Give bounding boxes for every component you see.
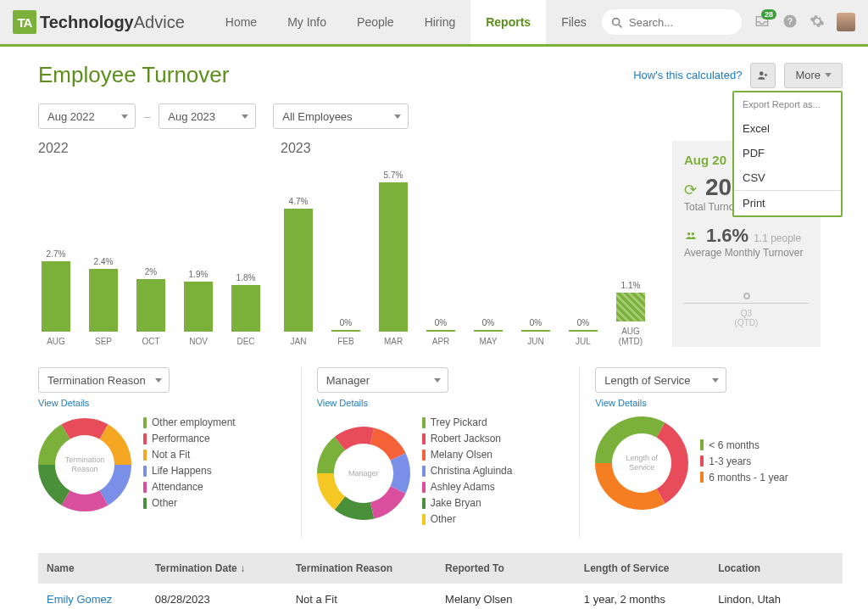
view-details-link[interactable]: View Details: [38, 398, 286, 408]
legend-item: Life Happens: [143, 465, 236, 477]
chevron-down-icon: [121, 115, 128, 119]
bar-value: 1.9%: [189, 270, 209, 279]
table-header[interactable]: Length of Service: [576, 553, 709, 584]
legend-swatch: [143, 482, 147, 493]
more-button[interactable]: More Export Report as... Excel PDF CSV P…: [784, 63, 843, 88]
help-icon[interactable]: ?: [782, 14, 798, 31]
export-excel[interactable]: Excel: [734, 116, 841, 141]
view-details-link[interactable]: View Details: [595, 398, 843, 408]
legend-label: Christina Agluinda: [431, 465, 513, 477]
bar-rect: [616, 293, 645, 321]
nav-reports[interactable]: Reports: [470, 0, 546, 44]
filter-row: Aug 2022 – Aug 2023 All Employees: [38, 103, 843, 129]
legend-swatch: [143, 433, 147, 444]
bar-rect: [426, 330, 455, 332]
nav-hiring[interactable]: Hiring: [409, 0, 471, 44]
bar-label: JAN: [291, 337, 307, 347]
bar[interactable]: 1.8%DEC: [228, 273, 264, 348]
view-details-link[interactable]: View Details: [317, 398, 565, 408]
bar[interactable]: 0%FEB: [328, 318, 364, 347]
bar[interactable]: 2.7%AUG: [38, 249, 74, 347]
legend-item: Robert Jackson: [422, 433, 513, 444]
legend-item: < 6 months: [700, 439, 787, 451]
bar-label: JUN: [527, 337, 543, 347]
nav-home[interactable]: Home: [210, 0, 272, 44]
breakdown-select[interactable]: Termination Reason: [38, 367, 170, 393]
bar-label: SEP: [95, 337, 112, 347]
chevron-down-icon: [825, 73, 832, 77]
export-csv[interactable]: CSV: [734, 165, 841, 190]
cell-location: Lindon, Utah: [709, 584, 843, 609]
bar[interactable]: 0%JUN: [518, 318, 554, 347]
legend-item: Other: [422, 513, 513, 525]
more-dropdown: Export Report as... Excel PDF CSV Print: [732, 91, 843, 217]
table-header[interactable]: Name: [38, 553, 147, 584]
bar[interactable]: 0%MAY: [470, 318, 506, 347]
gear-icon[interactable]: [810, 14, 825, 31]
bar-rect: [184, 282, 213, 332]
bar-value: 2%: [145, 267, 157, 277]
bar-label: FEB: [337, 337, 353, 347]
bar-rect: [521, 330, 550, 332]
legend-swatch: [143, 417, 147, 428]
bar[interactable]: 4.7%JAN: [281, 197, 316, 347]
quarter-indicator: Q3 (QTD): [684, 293, 809, 327]
date-from-select[interactable]: Aug 2022: [38, 103, 136, 129]
more-label: More: [795, 69, 821, 81]
logo-text: TechnologyAdvice: [40, 13, 185, 32]
bar[interactable]: 1.1%AUG(MTD): [613, 281, 648, 347]
legend-swatch: [143, 450, 147, 461]
nav-files[interactable]: Files: [546, 0, 602, 44]
legend-swatch: [422, 498, 426, 509]
search-wrap: [602, 9, 742, 35]
table-header[interactable]: Termination Date ↓: [147, 553, 287, 584]
export-pdf[interactable]: PDF: [734, 141, 841, 165]
svg-point-0: [613, 18, 620, 25]
legend: Trey PickardRobert JacksonMelany OlsenCh…: [422, 416, 513, 529]
breakdown-select[interactable]: Length of Service: [595, 367, 726, 393]
cell-name[interactable]: Emily Gomez: [38, 584, 147, 609]
bar[interactable]: 0%JUL: [565, 318, 601, 347]
nav-items: Home My Info People Hiring Reports Files: [210, 0, 602, 44]
legend-swatch: [143, 466, 147, 477]
legend-item: Other employment: [143, 416, 236, 428]
legend-label: 1-3 years: [709, 455, 751, 467]
nav-my-info[interactable]: My Info: [272, 0, 342, 44]
bar-label: MAY: [480, 337, 498, 347]
breakdown-col: Termination ReasonView DetailsTerminatio…: [38, 367, 302, 538]
bar-value: 5.7%: [384, 170, 403, 180]
legend-item: Attendance: [143, 481, 236, 493]
legend-item: Trey Pickard: [422, 416, 513, 428]
table-header[interactable]: Location: [709, 553, 843, 584]
table-header[interactable]: Reported To: [437, 553, 576, 584]
people-icon: [684, 228, 698, 246]
bar[interactable]: 0%APR: [423, 318, 459, 347]
date-to-select[interactable]: Aug 2023: [159, 103, 256, 129]
nav-right: 28 ?: [602, 9, 855, 35]
avg-pct: 1.6%: [706, 225, 748, 247]
legend: < 6 months1-3 years6 months - 1 year: [700, 439, 787, 488]
inbox-icon[interactable]: 28: [754, 14, 771, 31]
chevron-down-icon: [242, 115, 248, 119]
how-calculated-link[interactable]: How's this calculated?: [633, 69, 742, 81]
bar[interactable]: 2.4%SEP: [86, 257, 121, 347]
bar[interactable]: 1.9%NOV: [181, 270, 216, 347]
table-header[interactable]: Termination Reason: [287, 553, 437, 584]
bar-label: OCT: [142, 337, 159, 347]
bar-rect: [231, 285, 260, 332]
bar[interactable]: 2%OCT: [133, 267, 169, 347]
nav-people[interactable]: People: [342, 0, 409, 44]
table-row: Emily Gomez08/28/2023Not a FitMelany Ols…: [38, 584, 843, 609]
employee-filter-select[interactable]: All Employees: [273, 103, 409, 129]
avatar[interactable]: [837, 13, 855, 31]
export-print[interactable]: Print: [734, 191, 841, 215]
logo[interactable]: TA TechnologyAdvice: [13, 10, 185, 34]
breakdown-select[interactable]: Manager: [317, 367, 448, 393]
legend-label: Life Happens: [152, 465, 212, 477]
legend-swatch: [422, 417, 426, 428]
legend-label: Melany Olsen: [431, 449, 492, 461]
add-user-button[interactable]: [750, 63, 776, 88]
bar-rect: [474, 330, 503, 332]
chevron-down-icon: [155, 378, 162, 383]
bar[interactable]: 5.7%MAR: [376, 170, 411, 347]
